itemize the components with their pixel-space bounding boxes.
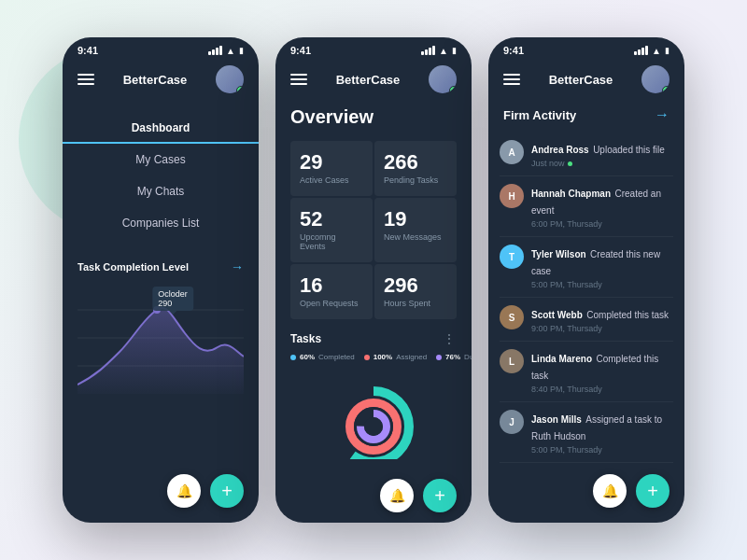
status-bar-1: 9:41 ▲ ▮ (63, 37, 259, 60)
act-time-0: Just now (531, 159, 673, 168)
brand-1: BetterCase (123, 73, 188, 87)
act-name-4: Linda Mareno (531, 354, 592, 364)
status-time-3: 9:41 (503, 45, 524, 56)
stat-num-5: 296 (384, 275, 447, 296)
header-2: BetterCase (275, 60, 472, 103)
status-bar-2: 9:41 ▲ ▮ (275, 37, 472, 60)
nav-companies[interactable]: Companies List (63, 207, 259, 239)
stat-num-2: 52 (300, 209, 363, 230)
stat-num-0: 29 (300, 152, 363, 173)
header-1: BetterCase (63, 60, 259, 103)
tasks-menu-icon[interactable]: ⋮ (444, 332, 457, 345)
chart-section: Task Completion Level → Ocloder 290 (63, 248, 259, 467)
status-icons-3: ▲ ▮ (634, 46, 669, 56)
act-content-1: Hannah Chapman Created an event 6:00 PM,… (531, 184, 673, 229)
tasks-title: Tasks (290, 332, 321, 345)
act-name-1: Hannah Chapman (531, 189, 611, 199)
status-icons-1: ▲ ▮ (208, 46, 244, 56)
chart-arrow-icon: → (231, 259, 244, 274)
act-action-0: Uploaded this file (593, 145, 665, 155)
legend-completed: 60% Completed (290, 353, 355, 361)
avatar-3[interactable] (641, 65, 669, 93)
notification-button-1[interactable]: 🔔 (167, 474, 201, 508)
act-content-0: Andrea Ross Uploaded this file Just now (531, 140, 673, 168)
activity-item-5: J Jason Mills Assigned a task to Ruth Hu… (500, 402, 673, 463)
wifi-icon-3: ▲ (652, 46, 661, 56)
act-name-3: Scott Webb (531, 310, 583, 320)
overview-title: Overview (275, 103, 472, 141)
battery-icon-1: ▮ (239, 46, 244, 55)
stat-hours-spent: 296 Hours Spent (374, 264, 457, 319)
status-time-2: 9:41 (290, 45, 311, 56)
activity-header: Firm Activity → (488, 103, 684, 133)
chart-tooltip: Ocloder 290 (152, 287, 193, 311)
stat-lbl-1: Pending Tasks (384, 175, 447, 185)
act-content-4: Linda Mareno Completed this task 8:40 PM… (531, 349, 673, 394)
act-avatar-3: S (500, 305, 524, 329)
stat-lbl-4: Open Requests (300, 299, 363, 308)
bottom-actions-1: 🔔 + (63, 467, 259, 523)
act-content-2: Tyler Wilson Created this new case 5:00 … (531, 245, 673, 289)
add-button-1[interactable]: + (210, 474, 244, 508)
stat-active-cases: 29 Active Cases (290, 141, 373, 196)
act-avatar-5: J (500, 410, 524, 434)
act-avatar-1: H (500, 184, 524, 208)
battery-icon-2: ▮ (452, 46, 457, 55)
tasks-header: Tasks ⋮ (290, 332, 457, 345)
avatar-1[interactable] (216, 65, 244, 93)
add-button-2[interactable]: + (423, 479, 457, 512)
notification-button-2[interactable]: 🔔 (380, 479, 414, 512)
activity-title: Firm Activity (503, 108, 576, 122)
act-time-5: 5:00 PM, Thursady (531, 445, 673, 455)
header-3: BetterCase (488, 60, 684, 103)
signal-icon-3 (634, 46, 648, 55)
add-button-3[interactable]: + (636, 474, 669, 508)
act-time-4: 8:40 PM, Thursady (531, 385, 673, 394)
stat-num-1: 266 (384, 152, 447, 173)
nav-dashboard[interactable]: Dashboard (63, 112, 259, 144)
stat-num-4: 16 (300, 275, 363, 296)
wifi-icon-1: ▲ (226, 46, 235, 56)
donut-chart (290, 371, 457, 464)
activity-item-4: L Linda Mareno Completed this task 8:40 … (500, 342, 673, 402)
act-name-2: Tyler Wilson (531, 249, 586, 259)
menu-button-3[interactable] (503, 74, 520, 85)
act-name-5: Jason Mills (531, 414, 582, 425)
activity-arrow-icon[interactable]: → (655, 106, 669, 123)
brand-3: BetterCase (549, 73, 613, 87)
wifi-icon-2: ▲ (439, 46, 448, 56)
tasks-legend: 60% Completed 100% Assigned 76% Due (290, 353, 457, 361)
menu-button-2[interactable] (290, 74, 307, 85)
act-content-3: Scott Webb Completed this task 9:00 PM, … (531, 305, 673, 333)
chart-title: Task Completion Level → (78, 259, 244, 274)
act-time-1: 6:00 PM, Thursady (531, 219, 673, 229)
brand-2: BetterCase (336, 73, 401, 87)
legend-due: 76% Due (436, 353, 472, 361)
activity-item-2: T Tyler Wilson Created this new case 5:0… (500, 237, 673, 298)
stat-pending-tasks: 266 Pending Tasks (374, 141, 457, 196)
act-action-3: Completed this task (586, 310, 669, 320)
act-content-5: Jason Mills Assigned a task to Ruth Huds… (531, 410, 673, 455)
notification-button-3[interactable]: 🔔 (593, 474, 627, 508)
phone-activity: 9:41 ▲ ▮ BetterCase Firm Activity → A An… (488, 37, 684, 523)
signal-icon-2 (421, 46, 435, 55)
avatar-2[interactable] (429, 65, 457, 93)
act-time-3: 9:00 PM, Thursady (531, 324, 673, 333)
bottom-actions-3: 🔔 + (488, 467, 684, 523)
donut-svg (322, 375, 425, 459)
stat-new-messages: 19 New Messages (374, 198, 457, 262)
stat-lbl-2: Upcomng Events (300, 232, 363, 251)
nav-menu: Dashboard My Cases My Chats Companies Li… (63, 103, 259, 248)
nav-cases[interactable]: My Cases (63, 144, 259, 175)
stats-grid: 29 Active Cases 266 Pending Tasks 52 Upc… (275, 141, 472, 319)
battery-icon-3: ▮ (665, 46, 669, 55)
status-time-1: 9:41 (78, 45, 98, 56)
nav-chats[interactable]: My Chats (63, 175, 259, 207)
act-avatar-0: A (500, 140, 524, 164)
signal-icon-1 (208, 46, 222, 55)
stat-lbl-0: Active Cases (300, 175, 363, 185)
act-avatar-2: T (500, 245, 524, 269)
status-icons-2: ▲ ▮ (421, 46, 457, 56)
menu-button-1[interactable] (78, 74, 94, 85)
stat-lbl-3: New Messages (384, 232, 447, 242)
